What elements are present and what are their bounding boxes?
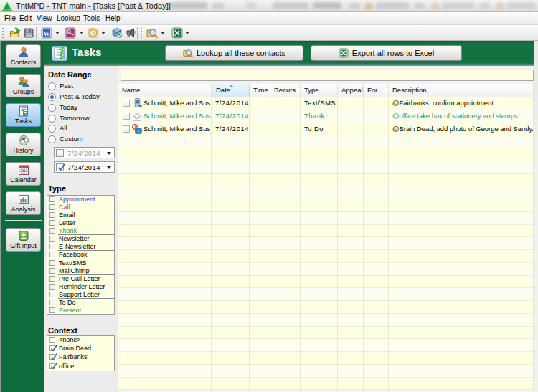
svg-text:W: W <box>44 30 50 37</box>
